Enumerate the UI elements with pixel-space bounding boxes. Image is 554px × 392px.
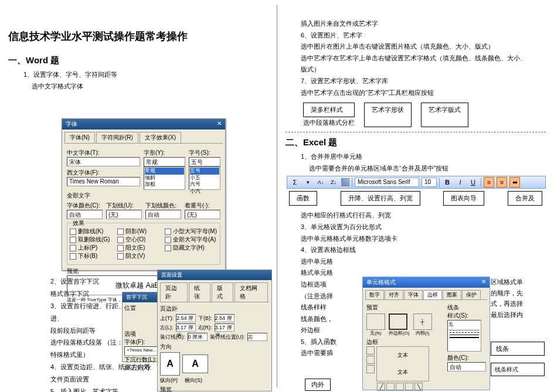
callout-columns: 菜多栏样式 (303, 103, 355, 117)
border-top-btn[interactable] (366, 346, 375, 354)
tab-border-x[interactable]: 边框 (423, 290, 442, 299)
tab-paper[interactable]: 纸张 (189, 282, 210, 302)
chk-engrave[interactable]: 阴文(V) (117, 252, 161, 260)
excel-cellformat-dialog: 单元格格式 ✕ 数字 对齐 字体 边框 图案 保护 预置 无(N) 外边框(O)… (362, 277, 490, 390)
r6: 选中艺术字点击出现的“艺术字”工具栏相应按钮 (301, 88, 546, 98)
margin-bottom[interactable]: 2.54 厘米 (215, 314, 234, 322)
sort-asc-icon[interactable]: A↓ (315, 177, 326, 188)
close-icon[interactable]: ✕ (217, 120, 222, 128)
line-color-select[interactable]: 自动 (447, 362, 486, 371)
dropcap-title: 首字下沉 (126, 294, 147, 301)
section-2-heading: 二、Excel 题 (286, 137, 546, 148)
border-diag1-btn[interactable]: ╱ (377, 383, 385, 391)
r4b: 版式） (301, 64, 546, 75)
border-vmid-btn[interactable] (396, 383, 404, 391)
gutter[interactable]: 0 厘米 (188, 333, 208, 341)
sort-desc-icon[interactable]: Z↓ (328, 177, 339, 188)
section-1-heading: 一、Word 题 (8, 55, 268, 66)
chk-smallcaps[interactable]: 小型大写字母(M) (165, 227, 217, 236)
e4b: 选中单元格 (301, 257, 546, 267)
effects-label: 效果 (71, 219, 86, 227)
callout-wordart-layout: 艺术字版式 (421, 103, 468, 127)
item-1-sub: 选中文字格式字体 (32, 81, 268, 92)
page-setup-dialog: 页面设置 页边距 纸张 版式 文档网格 页边距 上(T):2.54 厘米 下(B… (157, 270, 272, 391)
callout-merge: 合并及 (508, 191, 542, 206)
en-font-label: 西文字体(F): (67, 169, 140, 177)
e4: 4、设置表格边框线 (301, 245, 546, 255)
chk-sub[interactable]: 下标(B) (70, 252, 114, 260)
r4: 选中艺术字在艺术字上单击右键设置艺术字格式（填充颜色、线条颜色、大小、 (301, 53, 546, 64)
style-list[interactable]: 常规 倾斜 加粗 (144, 166, 185, 190)
ucolor-select[interactable]: 自动 (145, 210, 181, 219)
border-diag2-btn[interactable]: ╲ (414, 383, 423, 391)
border-mid-btn[interactable] (366, 356, 375, 364)
e3: 3、单元格设置为百分比形式 (301, 222, 546, 233)
tab-spacing[interactable]: 字符间距(R) (96, 132, 138, 143)
size-select[interactable]: 10 (422, 178, 437, 187)
tab-font[interactable]: 字体(N) (64, 132, 95, 143)
callout-sort-rowcol: 升降、设置行高、列宽 (341, 191, 420, 206)
gutter-pos[interactable]: 左 (247, 333, 267, 341)
callout-wordart-shape: 艺术字形状 (364, 103, 412, 127)
line-style-list[interactable]: 无 (447, 320, 481, 352)
chart-wizard-icon[interactable] (341, 178, 349, 186)
border-right-btn[interactable] (405, 383, 413, 391)
tab-layout[interactable]: 版式 (212, 282, 233, 302)
border-bot-btn[interactable] (366, 365, 375, 373)
chk-outline[interactable]: 空心(O) (117, 236, 161, 244)
merge-center-icon[interactable]: ⬌ (509, 177, 520, 188)
preset-outline[interactable] (389, 313, 407, 330)
preset-none[interactable] (366, 313, 385, 330)
chk-emboss[interactable]: 阳文(E) (117, 244, 161, 252)
align-left-icon[interactable]: ≡ (484, 177, 494, 188)
underline-icon[interactable]: U (468, 177, 478, 188)
close-icon[interactable]: ✕ (481, 278, 486, 287)
excel-toolbar: Σ ▾ A↓ Z↓ Microsoft Sans Serif 10 B I U … (287, 176, 546, 189)
chk-allcaps[interactable]: 全部大写字母(A) (165, 236, 217, 244)
tab-pattern[interactable]: 图案 (443, 290, 461, 299)
italic-icon[interactable]: I (455, 177, 465, 188)
align-center-icon[interactable]: ≡ (497, 177, 507, 188)
e1: 1、合并并居中单元格 (301, 152, 546, 162)
bold-icon[interactable]: B (442, 177, 453, 188)
style-input[interactable]: 常规 (144, 157, 185, 166)
size-list[interactable]: 五号 小五 六号 小六 (189, 166, 220, 190)
color-select[interactable]: 自动 (67, 210, 103, 219)
margin-top[interactable]: 2.54 厘米 (176, 314, 196, 322)
margin-right[interactable]: 3.17 厘米 (215, 323, 234, 332)
orient-portrait[interactable]: A (160, 352, 180, 376)
chk-dstrike[interactable]: 双删除线(G) (70, 236, 114, 244)
chk-super[interactable]: 上标(P) (70, 244, 114, 252)
r3: 选中图片在图片上单击右键设置图片格式（填充颜色、大小、版式） (301, 42, 546, 52)
orient-landscape[interactable]: A (182, 354, 208, 373)
margin-left[interactable]: 3.17 厘米 (176, 323, 196, 332)
preset-inside[interactable]: ┼ (413, 313, 432, 330)
tab-protect[interactable]: 保护 (462, 290, 481, 299)
tab-effects[interactable]: 文字效果(X) (140, 132, 181, 143)
r2: 6、设置图片、艺术字 (301, 30, 546, 41)
tab-number[interactable]: 数字 (365, 290, 384, 299)
dropcap-font[interactable]: +Times New... (124, 346, 161, 356)
chk-strike[interactable]: 删除线(K) (70, 227, 114, 236)
chk-shadow[interactable]: 阴影(W) (117, 227, 161, 236)
tab-align[interactable]: 对齐 (385, 290, 403, 299)
r1: 插入图片来自文件或艺术字 (301, 19, 546, 29)
chk-hidden[interactable]: 隐藏文字(H) (165, 244, 217, 252)
callout-inout: 内外 (305, 379, 331, 391)
border-left-btn[interactable] (386, 383, 395, 391)
sigma-icon[interactable]: Σ (290, 177, 300, 188)
en-font-input[interactable]: Times New Roman (67, 177, 140, 186)
callout-function: 函数 (289, 191, 317, 206)
tab-margins[interactable]: 页边距 (160, 282, 188, 302)
emph-select[interactable]: (无) (185, 210, 220, 219)
side-note: 区域格式单 的顺序，先 式，再选择 最后选择内 线条 线条样式 (491, 277, 545, 376)
tab-font-x[interactable]: 字体 (404, 290, 423, 299)
callout-line-style: 线条样式 (491, 363, 545, 376)
size-input[interactable]: 五号 (189, 157, 220, 166)
underline-select[interactable]: (无) (106, 210, 142, 219)
font-select[interactable]: Microsoft Sans Serif (355, 178, 419, 187)
tab-grid[interactable]: 文档网格 (234, 282, 268, 302)
word-font-dialog: 字体 ✕ 字体(N) 字符间距(R) 文字效果(X) 中文字体(T): 宋体 西… (62, 118, 226, 271)
item-1: 1、设置字体、字号、字符间距等 (23, 70, 268, 80)
cn-font-input[interactable]: 宋体 (67, 157, 140, 166)
